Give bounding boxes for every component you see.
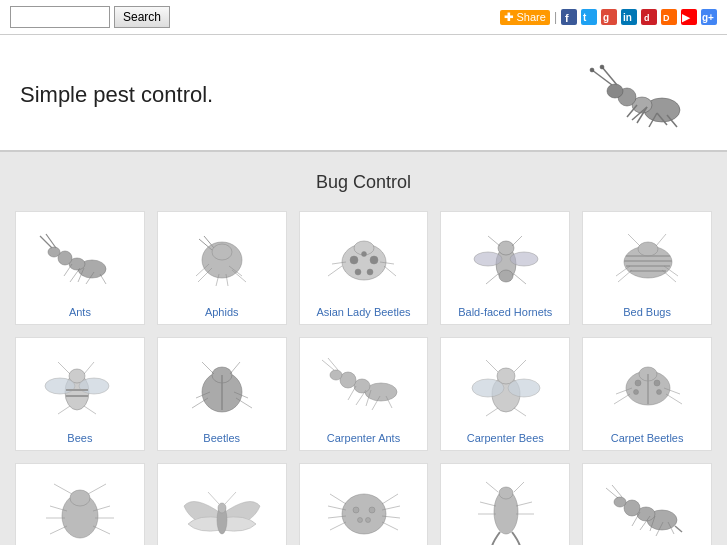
delicious-icon[interactable]: d xyxy=(641,9,657,25)
svg-line-99 xyxy=(322,360,334,370)
carpet-beetles-label: Carpet Beetles xyxy=(611,432,684,444)
svg-line-63 xyxy=(514,274,526,284)
carpet-beetles-image xyxy=(595,346,700,426)
svg-point-58 xyxy=(474,252,502,266)
svg-line-27 xyxy=(40,236,52,248)
svg-line-147 xyxy=(382,522,398,530)
bug-item-carpenter-ants[interactable]: Carpenter Ants xyxy=(299,337,429,451)
bed-bugs-label: Bed Bugs xyxy=(623,306,671,318)
svg-text:g+: g+ xyxy=(702,12,714,23)
carpenter-ants-image xyxy=(311,346,416,426)
bald-faced-hornets-label: Bald-faced Hornets xyxy=(458,306,552,318)
svg-line-73 xyxy=(618,270,632,282)
linkedin-icon[interactable]: in xyxy=(621,9,637,25)
carpenter-ants-label: Carpenter Ants xyxy=(327,432,400,444)
bug-item-fire-ants[interactable]: Fire Ants xyxy=(582,463,712,545)
bug-item-codling-moths[interactable]: Codling Moths xyxy=(157,463,287,545)
svg-line-94 xyxy=(230,362,240,374)
main-content: Bug Control Ants xyxy=(0,152,727,545)
svg-point-120 xyxy=(656,390,661,395)
twitter-icon[interactable]: t xyxy=(581,9,597,25)
bug-item-carpet-beetles[interactable]: Carpet Beetles xyxy=(582,337,712,451)
bug-item-beetles[interactable]: Beetles xyxy=(157,337,287,451)
share-button[interactable]: ✚ Share xyxy=(500,10,549,25)
youtube-icon[interactable]: ▶ xyxy=(681,9,697,25)
svg-point-153 xyxy=(499,487,513,499)
svg-line-82 xyxy=(58,406,70,414)
facebook-icon[interactable]: f xyxy=(561,9,577,25)
svg-point-162 xyxy=(624,500,640,516)
svg-point-65 xyxy=(638,242,658,256)
svg-line-165 xyxy=(612,485,622,497)
dust-mites-image xyxy=(311,472,416,545)
svg-line-80 xyxy=(58,362,70,374)
gplus-icon[interactable]: g+ xyxy=(701,9,717,25)
share-area: ✚ Share | f t g in d D ▶ g+ xyxy=(500,9,717,25)
svg-line-113 xyxy=(514,408,526,416)
svg-line-156 xyxy=(480,502,496,506)
svg-line-128 xyxy=(88,484,106,494)
svg-point-109 xyxy=(508,379,540,397)
aphids-label: Aphids xyxy=(205,306,239,318)
svg-text:f: f xyxy=(565,12,569,23)
svg-text:D: D xyxy=(663,13,670,23)
svg-point-50 xyxy=(350,256,358,264)
svg-line-110 xyxy=(486,360,498,372)
svg-text:g: g xyxy=(603,12,609,23)
svg-line-122 xyxy=(614,394,630,404)
bug-item-carpenter-bees[interactable]: Carpenter Bees xyxy=(440,337,570,451)
cockroaches-image xyxy=(27,472,132,545)
svg-line-28 xyxy=(46,234,56,248)
svg-point-54 xyxy=(361,252,366,257)
svg-line-41 xyxy=(232,270,246,282)
svg-line-13 xyxy=(592,70,612,85)
bald-faced-hornets-image xyxy=(453,220,558,300)
beetles-label: Beetles xyxy=(203,432,240,444)
google-icon[interactable]: g xyxy=(601,9,617,25)
carpenter-bees-label: Carpenter Bees xyxy=(467,432,544,444)
search-button[interactable]: Search xyxy=(114,6,170,28)
svg-point-52 xyxy=(355,269,361,275)
bug-item-aphids[interactable]: Aphids xyxy=(157,211,287,325)
ants-label: Ants xyxy=(69,306,91,318)
svg-line-61 xyxy=(512,236,522,246)
svg-point-151 xyxy=(365,518,370,523)
svg-point-59 xyxy=(510,252,538,266)
svg-line-134 xyxy=(93,526,110,534)
svg-line-71 xyxy=(656,234,666,246)
search-input[interactable] xyxy=(10,6,110,28)
bug-item-bald-faced-hornets[interactable]: Bald-faced Hornets xyxy=(440,211,570,325)
bug-item-bees[interactable]: Bees xyxy=(15,337,145,451)
svg-line-158 xyxy=(516,502,532,506)
svg-point-35 xyxy=(212,244,232,260)
svg-point-119 xyxy=(633,390,638,395)
svg-point-136 xyxy=(218,503,226,513)
bug-item-bed-bugs[interactable]: Bed Bugs xyxy=(582,211,712,325)
digg-icon[interactable]: D xyxy=(661,9,677,25)
svg-line-39 xyxy=(198,268,212,282)
bug-item-dust-mites[interactable]: Dust Mites xyxy=(299,463,429,545)
svg-point-56 xyxy=(498,241,514,255)
svg-point-108 xyxy=(472,379,504,397)
bug-item-earwigs[interactable]: Earwigs xyxy=(440,463,570,545)
svg-line-124 xyxy=(666,394,682,404)
svg-point-79 xyxy=(79,378,109,394)
svg-line-70 xyxy=(628,234,640,246)
svg-point-150 xyxy=(357,518,362,523)
svg-line-33 xyxy=(64,264,72,276)
svg-point-26 xyxy=(48,247,60,257)
svg-point-118 xyxy=(654,380,660,386)
svg-point-51 xyxy=(370,256,378,264)
svg-point-16 xyxy=(600,65,604,69)
bug-item-asian-lady-beetles[interactable]: Asian Lady Beetles xyxy=(299,211,429,325)
svg-line-143 xyxy=(330,522,346,530)
bug-item-ants[interactable]: Ants xyxy=(15,211,145,325)
svg-line-83 xyxy=(84,406,96,414)
aphids-image xyxy=(169,220,274,300)
hero-section: Simple pest control. xyxy=(0,35,727,152)
carpenter-bees-image xyxy=(453,346,558,426)
svg-text:t: t xyxy=(583,12,587,23)
svg-line-155 xyxy=(514,482,524,492)
bug-item-cockroaches[interactable]: Cockroaches xyxy=(15,463,145,545)
search-area: Search xyxy=(10,6,170,28)
